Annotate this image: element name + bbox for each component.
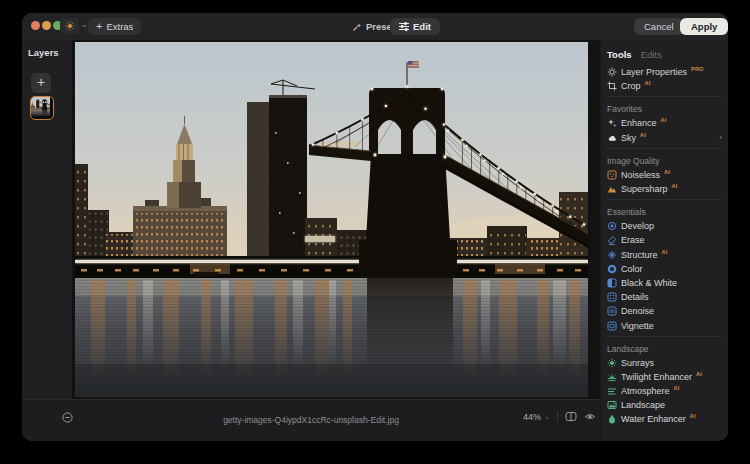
tool-label: Sunrays — [621, 358, 654, 368]
enhance-icon — [607, 118, 617, 128]
plus-icon: + — [96, 20, 102, 32]
gear-icon — [607, 67, 617, 77]
tool-item-details[interactable]: Details — [607, 290, 722, 304]
noiseless-icon — [607, 170, 617, 180]
minimize-window-button[interactable] — [42, 21, 51, 30]
ai-badge: AI — [690, 413, 696, 419]
status-bar: getty-images-Q4iypdX1ccRc-unsplash-Edit.… — [22, 399, 600, 441]
catalog-menu-button[interactable] — [60, 18, 79, 34]
tool-item-color[interactable]: Color — [607, 262, 722, 276]
tool-list: Layer PropertiesPROCropAIFavoritesEnhanc… — [607, 65, 722, 427]
supersharp-icon — [607, 184, 617, 194]
tool-item-structure[interactable]: StructureAI — [607, 248, 722, 262]
ai-badge: AI — [672, 183, 678, 189]
black-white-icon — [607, 278, 617, 288]
cancel-label: Cancel — [644, 21, 674, 32]
filename-label: getty-images-Q4iypdX1ccRc-unsplash-Edit.… — [22, 415, 600, 425]
tool-label: Black & White — [621, 278, 677, 288]
add-layer-button[interactable]: + — [31, 73, 51, 93]
tool-item-enhance[interactable]: EnhanceAI — [607, 116, 722, 130]
tool-item-water-enhancer[interactable]: Water EnhancerAI — [607, 412, 722, 426]
tool-label: Twilight Enhancer — [621, 372, 692, 382]
chevron-down-icon: ⌄ — [544, 413, 550, 421]
develop-icon — [607, 221, 617, 231]
app-window: ⌄ + Extras Presets Edit Cancel Apply — [22, 13, 728, 441]
tool-item-vignette[interactable]: Vignette — [607, 318, 722, 332]
layers-panel: Layers + — [22, 40, 72, 399]
tool-item-erase[interactable]: Erase — [607, 233, 722, 247]
preview-button[interactable] — [584, 411, 596, 422]
edit-tab-button[interactable]: Edit — [390, 18, 440, 35]
tool-item-twilight-enhancer[interactable]: Twilight EnhancerAI — [607, 370, 722, 384]
separator — [557, 411, 558, 422]
section-header-image-quality: Image Quality — [607, 152, 722, 168]
tool-label: Color — [621, 264, 643, 274]
tool-item-atmosphere[interactable]: AtmosphereAI — [607, 384, 722, 398]
cancel-button[interactable]: Cancel — [634, 18, 684, 35]
section-header-favorites: Favorites — [607, 100, 722, 116]
eye-icon — [584, 411, 596, 422]
tool-label: Landscape — [621, 400, 665, 410]
twilight-icon — [607, 372, 617, 382]
ai-badge: AI — [661, 117, 667, 123]
tool-item-sky[interactable]: SkyAI› — [607, 131, 722, 145]
tool-label: Sky — [621, 133, 636, 143]
ai-badge: AI — [645, 80, 651, 86]
tool-item-black-white[interactable]: Black & White — [607, 276, 722, 290]
edit-label: Edit — [413, 21, 431, 32]
section-divider — [607, 336, 722, 337]
tool-label: Noiseless — [621, 170, 660, 180]
sky-icon — [607, 133, 617, 143]
tool-item-crop[interactable]: CropAI — [607, 79, 722, 93]
apply-label: Apply — [691, 21, 717, 32]
section-divider — [607, 96, 722, 97]
details-icon — [607, 292, 617, 302]
tool-item-supersharp[interactable]: SupersharpAI — [607, 182, 722, 196]
tool-item-landscape[interactable]: Landscape — [607, 398, 722, 412]
tool-label: Denoise — [621, 306, 654, 316]
atmosphere-icon — [607, 386, 617, 396]
tool-label: Water Enhancer — [621, 414, 686, 424]
tab-tools[interactable]: Tools — [607, 49, 632, 60]
landscape-icon — [607, 400, 617, 410]
ai-badge: AI — [662, 249, 668, 255]
section-divider — [607, 148, 722, 149]
sunrays-icon — [607, 358, 617, 368]
tool-label: Develop — [621, 221, 654, 231]
tool-label: Erase — [621, 235, 645, 245]
section-header-essentials: Essentials — [607, 203, 722, 219]
editing-canvas — [72, 40, 600, 399]
section-header-landscape: Landscape — [607, 340, 722, 356]
close-window-button[interactable] — [31, 21, 40, 30]
titlebar: ⌄ + Extras Presets Edit Cancel Apply — [22, 13, 728, 41]
zoom-level-value: 44% — [523, 412, 541, 422]
zoom-level-control[interactable]: 44% ⌄ — [523, 412, 550, 422]
before-after-icon — [565, 411, 577, 422]
tool-item-sunrays[interactable]: Sunrays — [607, 356, 722, 370]
tool-item-noiseless[interactable]: NoiselessAI — [607, 168, 722, 182]
vignette-icon — [607, 321, 617, 331]
tool-label: Crop — [621, 81, 641, 91]
tools-panel: Tools Edits Layer PropertiesPROCropAIFav… — [600, 40, 728, 441]
tool-item-layer-properties[interactable]: Layer PropertiesPRO — [607, 65, 722, 79]
layers-panel-title: Layers — [28, 47, 59, 58]
pro-badge: PRO — [691, 66, 704, 72]
compare-button[interactable] — [565, 411, 577, 422]
tool-label: Layer Properties — [621, 67, 687, 77]
chevron-down-icon[interactable]: ⌄ — [81, 20, 88, 30]
apply-button[interactable]: Apply — [680, 18, 728, 35]
extras-button[interactable]: + Extras — [88, 18, 141, 35]
tool-label: Details — [621, 292, 649, 302]
ai-badge: AI — [674, 385, 680, 391]
tool-item-develop[interactable]: Develop — [607, 219, 722, 233]
extras-label: Extras — [106, 21, 133, 32]
color-icon — [607, 264, 617, 274]
section-divider — [607, 199, 722, 200]
sun-icon — [65, 21, 75, 31]
tool-item-denoise[interactable]: Denoise — [607, 304, 722, 318]
layer-thumbnail[interactable] — [30, 96, 54, 120]
tool-label: Supersharp — [621, 184, 668, 194]
tab-edits[interactable]: Edits — [641, 49, 662, 60]
tool-label: Enhance — [621, 118, 657, 128]
photo-image — [75, 42, 588, 397]
